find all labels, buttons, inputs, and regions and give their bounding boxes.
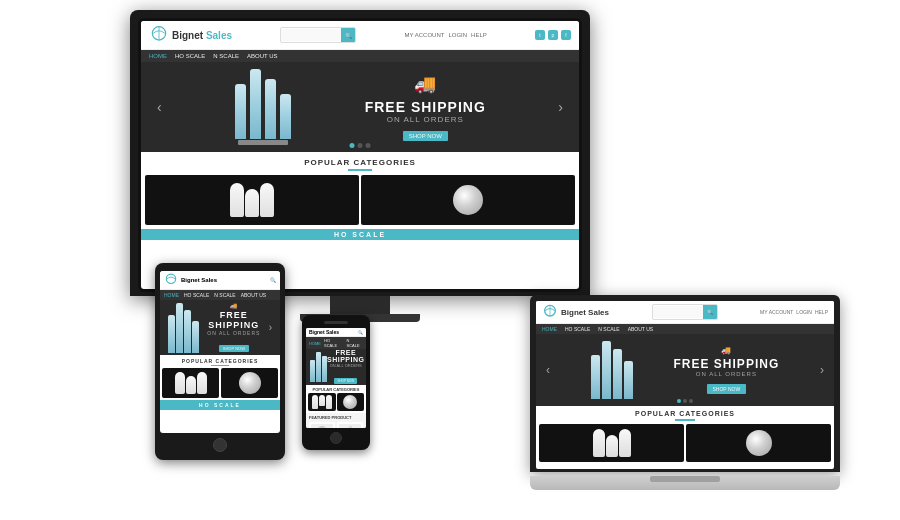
- laptop-category-sphere[interactable]: [686, 424, 831, 462]
- banner-dot-2[interactable]: [358, 143, 363, 148]
- search-input[interactable]: [281, 29, 341, 41]
- laptop-nav-ho[interactable]: HO SCALE: [565, 326, 590, 332]
- laptop-my-account[interactable]: MY ACCOUNT: [760, 309, 793, 315]
- tablet-next-arrow[interactable]: ›: [269, 322, 272, 333]
- tablet-nav-ho[interactable]: HO SCALE: [184, 292, 209, 298]
- tablet-banner-products: [168, 303, 199, 353]
- laptop-headline: FREE SHIPPING: [674, 357, 780, 371]
- laptop-keyboard: [530, 476, 840, 490]
- tablet-nav-about[interactable]: ABOUT US: [241, 292, 266, 298]
- tablet-nav: HOME HO SCALE N SCALE ABOUT US: [160, 290, 280, 300]
- logo-sales: Sales: [206, 30, 232, 41]
- shop-now-button[interactable]: SHOP NOW: [403, 131, 448, 141]
- phone-home-button[interactable]: [330, 432, 342, 444]
- site-logo: Bignet Sales: [149, 25, 232, 45]
- laptop-login[interactable]: LOGIN: [796, 309, 812, 315]
- tablet-sphere: [239, 372, 261, 394]
- monitor-stand: [330, 296, 390, 314]
- tablet-shipping-icon: 🚚: [199, 302, 269, 309]
- laptop-banner-text: 🚚 FREE SHIPPING ON ALL ORDERS SHOP NOW: [674, 346, 780, 395]
- laptop-nav-about[interactable]: ABOUT US: [628, 326, 653, 332]
- laptop-prev-arrow[interactable]: ‹: [546, 363, 550, 377]
- shipping-icon: 🚚: [365, 73, 486, 95]
- nav-home[interactable]: HOME: [149, 53, 167, 59]
- laptop-underline: [675, 419, 695, 421]
- my-account-link[interactable]: MY ACCOUNT: [405, 32, 445, 38]
- laptop-nav-n[interactable]: N SCALE: [598, 326, 619, 332]
- tablet-body: Bignet Sales 🔍 HOME HO SCALE N SCALE ABO…: [155, 263, 285, 460]
- tablet-home-button[interactable]: [213, 438, 227, 452]
- tablet-screen: Bignet Sales 🔍 HOME HO SCALE N SCALE ABO…: [160, 271, 280, 433]
- category-box-cylinders[interactable]: [145, 175, 359, 225]
- tablet-shop-now[interactable]: SHOP NOW: [219, 345, 249, 352]
- laptop-search-input[interactable]: [653, 306, 703, 318]
- phone-search-icon[interactable]: 🔍: [358, 330, 363, 335]
- category-box-sphere[interactable]: [361, 175, 575, 225]
- section-underline: [348, 169, 372, 171]
- phone-nav-home[interactable]: HOME: [309, 341, 321, 346]
- phone-body: Bignet Sales 🔍 HOME HO SCALE N SCALE: [302, 315, 370, 450]
- help-link[interactable]: HELP: [471, 32, 487, 38]
- monitor-bezel: Bignet Sales 🔍 MY ACCOUNT LOGIN HELP: [130, 10, 590, 296]
- tablet-search-icon[interactable]: 🔍: [270, 277, 276, 283]
- laptop-help[interactable]: HELP: [815, 309, 828, 315]
- phone-headline: FREE SHIPPING: [327, 349, 364, 363]
- banner-dot-3[interactable]: [366, 143, 371, 148]
- phone-nav-n[interactable]: N SCALE: [347, 338, 364, 348]
- phone-category-sphere[interactable]: [337, 393, 365, 411]
- banner-prev-arrow[interactable]: ‹: [157, 99, 162, 115]
- laptop-header: Bignet Sales 🔍 MY ACCOUNT LOGIN HELP: [536, 301, 834, 324]
- main-nav: HOME HO SCALE N SCALE ABOUT US: [141, 50, 579, 62]
- phone-banner: FREE SHIPPING ON ALL ORDERS SHOP NOW: [306, 349, 366, 385]
- tablet-category-cylinders[interactable]: [162, 368, 219, 398]
- hero-banner: ‹: [141, 62, 579, 152]
- website-phone: Bignet Sales 🔍 HOME HO SCALE N SCALE: [306, 328, 366, 428]
- tablet-nav-n[interactable]: N SCALE: [214, 292, 235, 298]
- nav-n-scale[interactable]: N SCALE: [213, 53, 239, 59]
- phone-category-cylinders[interactable]: [308, 393, 336, 411]
- laptop-dots: [677, 399, 693, 403]
- phone-featured-img-1: [311, 424, 333, 428]
- tablet-logo-text: Bignet Sales: [181, 277, 217, 283]
- phone-nav-ho[interactable]: HO SCALE: [324, 338, 344, 348]
- banner-next-arrow[interactable]: ›: [558, 99, 563, 115]
- phone-featured-item-2[interactable]: $11.99: [337, 422, 363, 428]
- search-button[interactable]: 🔍: [341, 28, 355, 42]
- laptop-dot-3[interactable]: [689, 399, 693, 403]
- tablet-nav-home[interactable]: HOME: [164, 292, 179, 298]
- laptop-shipping-icon: 🚚: [674, 346, 780, 355]
- nav-ho-scale[interactable]: HO SCALE: [175, 53, 205, 59]
- laptop-banner: ‹ 🚚 FREE SHIPPING ON ALL ORDERS SHOP NOW: [536, 334, 834, 406]
- tablet-header: Bignet Sales 🔍: [160, 271, 280, 290]
- laptop-search-button[interactable]: 🔍: [703, 305, 717, 319]
- phone-featured-item-1[interactable]: $6.99: [309, 422, 335, 428]
- tablet-ho-scale-bar: HO SCALE: [160, 400, 280, 410]
- laptop-search[interactable]: 🔍: [652, 304, 718, 320]
- phone-shop-now[interactable]: SHOP NOW: [334, 378, 357, 384]
- nav-about-us[interactable]: ABOUT US: [247, 53, 278, 59]
- categories-grid: [141, 175, 579, 229]
- twitter-icon[interactable]: t: [535, 30, 545, 40]
- cylinder-base: [238, 140, 288, 145]
- pinterest-icon[interactable]: p: [548, 30, 558, 40]
- tablet-banner: 🚚 FREE SHIPPING ON ALL ORDERS SHOP NOW ›: [160, 300, 280, 355]
- phone-speaker: [324, 321, 348, 324]
- laptop-dot-2[interactable]: [683, 399, 687, 403]
- laptop-next-arrow[interactable]: ›: [820, 363, 824, 377]
- search-bar[interactable]: 🔍: [280, 27, 356, 43]
- banner-products: [234, 69, 292, 145]
- facebook-icon[interactable]: f: [561, 30, 571, 40]
- laptop-category-cylinders[interactable]: [539, 424, 684, 462]
- laptop-shop-now[interactable]: SHOP NOW: [707, 384, 747, 394]
- phone-banner-text: FREE SHIPPING ON ALL ORDERS SHOP NOW: [327, 349, 364, 386]
- banner-dot-1[interactable]: [350, 143, 355, 148]
- phone-nav: HOME HO SCALE N SCALE: [306, 337, 366, 349]
- svg-point-2: [166, 274, 175, 283]
- tablet-category-sphere[interactable]: [221, 368, 278, 398]
- laptop-logo: Bignet Sales: [542, 304, 609, 320]
- account-nav: MY ACCOUNT LOGIN HELP: [405, 32, 487, 38]
- login-link[interactable]: LOGIN: [448, 32, 467, 38]
- laptop-dot-1[interactable]: [677, 399, 681, 403]
- laptop-nav-home[interactable]: HOME: [542, 326, 557, 332]
- tablet-banner-text: 🚚 FREE SHIPPING ON ALL ORDERS SHOP NOW: [199, 302, 269, 354]
